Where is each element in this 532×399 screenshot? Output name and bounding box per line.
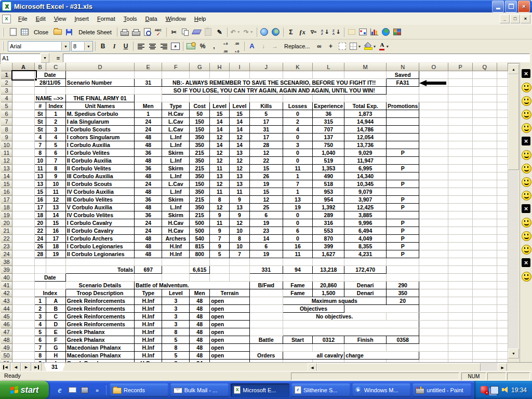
cell-B48[interactable]: 6 xyxy=(34,336,46,344)
cell-L41[interactable]: 20,860 xyxy=(313,282,344,289)
cell-B20[interactable]: 20 xyxy=(34,219,46,227)
cell-F38[interactable] xyxy=(162,258,190,266)
cell-R11[interactable] xyxy=(497,149,508,157)
cell-R16[interactable] xyxy=(497,188,508,196)
menu-format[interactable]: Format xyxy=(93,14,119,23)
cell-P49[interactable] xyxy=(448,344,473,352)
row-header-20[interactable]: 20 xyxy=(1,219,12,227)
cell-K44[interactable]: Objectives xyxy=(283,305,344,313)
cell-C17[interactable]: 12 xyxy=(46,196,65,204)
cell-F23[interactable]: H.Inf xyxy=(162,243,190,250)
dropdown-arrow-icon[interactable]: ▼ xyxy=(84,42,92,50)
cell-P1[interactable] xyxy=(448,71,473,79)
row-header-1[interactable]: 1 xyxy=(1,71,12,79)
cell-C5[interactable]: Index xyxy=(46,102,65,110)
cell-C47[interactable]: E xyxy=(46,328,65,336)
cell-A5[interactable] xyxy=(12,102,35,110)
col-header-N[interactable]: N xyxy=(386,63,419,71)
cell-K15[interactable]: 7 xyxy=(283,180,313,188)
cell-H46[interactable]: open xyxy=(210,321,250,328)
cell-H8[interactable]: 14 xyxy=(210,126,230,134)
cell-E42[interactable]: Type xyxy=(135,289,162,297)
cell-C7[interactable]: 2 xyxy=(46,118,65,126)
cell-I8[interactable]: 14 xyxy=(230,126,250,134)
cell-N20[interactable]: P xyxy=(386,219,419,227)
cell-Q46[interactable] xyxy=(472,321,497,328)
cell-P20[interactable] xyxy=(448,219,473,227)
cell-O20[interactable] xyxy=(419,219,448,227)
cell-D39[interactable]: Totals xyxy=(65,266,134,274)
cell-D23[interactable]: I Corbulo Legionaries xyxy=(65,243,134,250)
cell-G16[interactable]: 350 xyxy=(190,188,210,196)
cell-D40[interactable] xyxy=(65,274,134,282)
cell-A45[interactable] xyxy=(12,313,35,321)
horizontal-scrollbar[interactable]: ◀ ▶ xyxy=(308,363,507,371)
cell-K5[interactable]: Losses xyxy=(283,102,313,110)
cell-J21[interactable]: 23 xyxy=(249,227,283,235)
cell-F7[interactable]: L.Cav xyxy=(162,118,190,126)
smiley-icon[interactable] xyxy=(522,218,531,228)
smiley-icon[interactable] xyxy=(522,191,531,201)
redo-icon[interactable]: ↷▼ xyxy=(242,26,255,38)
cell-B41[interactable] xyxy=(34,282,46,289)
cell-N6[interactable] xyxy=(386,110,419,118)
cell-L9[interactable]: 137 xyxy=(313,134,344,141)
cell-E43[interactable]: H.Inf xyxy=(135,297,162,305)
cell-C46[interactable]: D xyxy=(46,321,65,328)
cell-Q5[interactable] xyxy=(472,102,497,110)
cell-R8[interactable] xyxy=(497,126,508,134)
cell-H10[interactable]: 14 xyxy=(210,141,230,149)
x-face-icon[interactable] xyxy=(522,137,530,145)
cell-Q13[interactable] xyxy=(472,165,497,172)
cell-K50[interactable]: all cavalry xyxy=(283,352,344,360)
cell-H17[interactable]: 8 xyxy=(210,196,230,204)
cell-P10[interactable] xyxy=(448,141,473,149)
row-header-21[interactable]: 21 xyxy=(1,227,12,235)
cell-E15[interactable]: 24 xyxy=(135,180,162,188)
col-header-P[interactable]: P xyxy=(448,63,473,71)
cell-N9[interactable] xyxy=(386,134,419,141)
pivot-table-icon[interactable] xyxy=(392,26,403,38)
cell-Q43[interactable] xyxy=(472,297,497,305)
cell-A47[interactable] xyxy=(12,328,35,336)
scroll-up-icon[interactable]: ▲ xyxy=(508,64,519,74)
row-header-42[interactable]: 42 xyxy=(1,289,12,297)
cell-E3[interactable] xyxy=(135,87,162,95)
cell-H23[interactable]: 9 xyxy=(210,243,230,250)
cell-L8[interactable]: 707 xyxy=(313,126,344,134)
cell-N7[interactable] xyxy=(386,118,419,126)
smiley-icon[interactable] xyxy=(522,231,531,241)
cell-O11[interactable] xyxy=(419,149,448,157)
cell-L16[interactable]: 953 xyxy=(313,188,344,196)
restore-button[interactable] xyxy=(505,1,517,12)
cell-R40[interactable] xyxy=(497,274,508,282)
cell-C43[interactable]: A xyxy=(46,297,65,305)
cell-J5[interactable]: Kills xyxy=(249,102,283,110)
cell-L7[interactable]: 315 xyxy=(313,118,344,126)
new-document-icon[interactable] xyxy=(7,26,19,38)
cell-P42[interactable] xyxy=(448,289,473,297)
cell-H21[interactable]: 9 xyxy=(210,227,230,235)
col-header-H[interactable]: H xyxy=(210,63,230,71)
start-button[interactable]: start xyxy=(0,381,49,399)
cell-E49[interactable]: H.Inf xyxy=(135,344,162,352)
cell-Q18[interactable] xyxy=(472,204,497,211)
cell-P39[interactable] xyxy=(448,266,473,274)
cell-P2[interactable] xyxy=(448,79,473,87)
cell-D12[interactable]: II Corbulo Auxilia xyxy=(65,157,134,165)
undo-icon[interactable]: ↶▼ xyxy=(229,26,242,38)
cell-Q42[interactable] xyxy=(472,289,497,297)
cell-F49[interactable]: 8 xyxy=(162,344,190,352)
border-box-icon[interactable] xyxy=(337,41,348,52)
cell-N4[interactable] xyxy=(386,95,419,102)
smiley-icon[interactable] xyxy=(522,110,531,119)
cell-Q12[interactable] xyxy=(472,157,497,165)
cell-R39[interactable] xyxy=(497,266,508,274)
cell-F13[interactable]: Skirm xyxy=(162,165,190,172)
cell-J16[interactable]: 15 xyxy=(249,188,283,196)
horizontal-scroll-track[interactable] xyxy=(481,363,498,371)
cell-B11[interactable]: 8 xyxy=(34,149,46,157)
task-button-media[interactable]: Windows M... xyxy=(352,383,411,397)
cell-M11[interactable]: 9,029 xyxy=(344,149,387,157)
col-header-J[interactable]: J xyxy=(249,63,283,71)
